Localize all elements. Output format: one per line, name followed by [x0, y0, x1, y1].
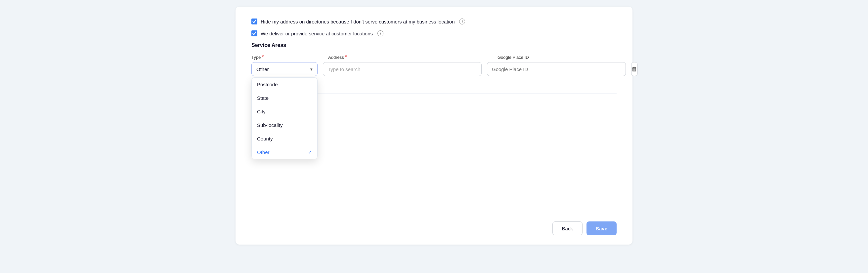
dropdown-item-county-label: County	[257, 136, 273, 141]
address-input[interactable]	[323, 62, 482, 76]
dropdown-item-sub-locality-label: Sub-locality	[257, 122, 283, 128]
form-inputs-row: Other ▾ Postcode State City Sub-locality	[251, 62, 617, 76]
dropdown-item-city-label: City	[257, 109, 266, 114]
address-field	[323, 62, 482, 76]
save-button[interactable]: Save	[587, 221, 617, 235]
dropdown-item-state[interactable]: State	[252, 91, 317, 105]
google-place-label: Google Place ID	[497, 55, 529, 60]
type-label: Type	[251, 55, 261, 60]
dropdown-item-county[interactable]: County	[252, 132, 317, 145]
google-place-input[interactable]	[487, 62, 626, 76]
hide-address-checkbox[interactable]	[251, 19, 257, 25]
main-card: Hide my address on directories because I…	[236, 7, 632, 245]
hide-address-row: Hide my address on directories because I…	[251, 19, 617, 25]
delete-row-button[interactable]: 🗑	[631, 62, 638, 76]
deliver-service-label: We deliver or provide service at custome…	[261, 31, 373, 36]
hide-address-info-icon: i	[459, 19, 465, 25]
bottom-bar: Back Save	[552, 221, 617, 235]
type-select-wrapper: Other ▾ Postcode State City Sub-locality	[251, 62, 317, 76]
dropdown-item-sub-locality[interactable]: Sub-locality	[252, 118, 317, 132]
deliver-service-info-icon: i	[377, 30, 383, 36]
type-dropdown-menu: Postcode State City Sub-locality County …	[251, 77, 317, 159]
dropdown-item-city[interactable]: City	[252, 105, 317, 118]
dropdown-item-other-label: Other	[257, 149, 270, 155]
google-place-field	[487, 62, 626, 76]
address-label: Address	[328, 55, 344, 60]
address-required: *	[345, 54, 347, 60]
dropdown-item-postcode[interactable]: Postcode	[252, 78, 317, 91]
type-selected-value: Other	[256, 66, 269, 72]
service-areas-title: Service Areas	[251, 42, 617, 48]
trash-icon: 🗑	[631, 66, 638, 73]
check-icon: ✓	[308, 150, 312, 155]
hide-address-label: Hide my address on directories because I…	[261, 19, 455, 25]
deliver-service-checkbox[interactable]	[251, 30, 257, 36]
type-required: *	[262, 54, 264, 60]
chevron-down-icon: ▾	[310, 67, 313, 72]
deliver-service-row: We deliver or provide service at custome…	[251, 30, 617, 36]
dropdown-item-postcode-label: Postcode	[257, 82, 278, 87]
dropdown-item-other[interactable]: Other ✓	[252, 145, 317, 159]
back-button[interactable]: Back	[552, 221, 583, 235]
form-labels-row: Type* Address* Google Place ID	[251, 54, 617, 60]
type-select-button[interactable]: Other ▾	[251, 62, 317, 76]
dropdown-item-state-label: State	[257, 95, 269, 101]
